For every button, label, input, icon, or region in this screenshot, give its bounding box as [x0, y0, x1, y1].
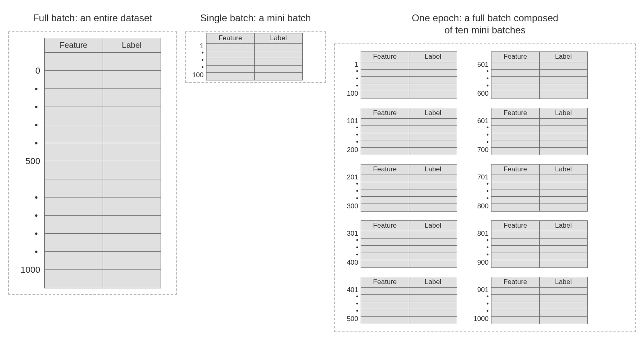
table-row: [361, 295, 457, 302]
ellipsis-dot: •: [473, 195, 489, 203]
mini-row-labels: 901•••1000: [473, 277, 491, 324]
col-header-feature: Feature: [361, 108, 409, 118]
mini-row-end: 700: [473, 146, 489, 154]
table-row: [361, 204, 457, 211]
mini-batch: 401•••500FeatureLabel: [343, 277, 457, 324]
col-header-feature: Feature: [491, 221, 540, 231]
mini-batch: 301•••400FeatureLabel: [343, 220, 457, 268]
mini-batch-table: FeatureLabel: [361, 220, 457, 268]
col-header-label: Label: [103, 38, 161, 52]
epoch-col-right: 501•••600FeatureLabel601•••700FeatureLab…: [473, 51, 588, 324]
table-row: [491, 260, 587, 267]
mini-batch: 101•••200FeatureLabel: [343, 108, 457, 155]
table-row: [361, 182, 457, 189]
mini-row-labels: 201•••300: [343, 164, 361, 212]
table-row: [491, 309, 587, 317]
mini-row-labels: 101•••200: [343, 108, 361, 155]
table-row: [491, 84, 587, 91]
table-row: [491, 246, 587, 253]
mini-row-labels: 401•••500: [343, 277, 361, 324]
col-header-label: Label: [409, 165, 457, 175]
ellipsis-dot: •: [343, 83, 358, 90]
mini-row-labels: 601•••700: [473, 108, 491, 155]
col-header-label: Label: [409, 277, 457, 287]
col-header-feature: Feature: [206, 33, 255, 43]
ellipsis-dot: •: [188, 64, 204, 72]
table-row: [491, 119, 587, 126]
col-header-label: Label: [409, 108, 457, 118]
single-row-labels: 1 • • • 100: [188, 33, 206, 80]
table-row: [491, 189, 587, 197]
ellipsis-dot: •: [12, 80, 44, 98]
table-row: [361, 148, 457, 155]
table-row: [491, 317, 587, 324]
col-header-feature: Feature: [45, 38, 103, 52]
table-row: [361, 197, 457, 204]
mini-row-end: 400: [343, 259, 358, 266]
col-header-feature: Feature: [361, 221, 409, 231]
table-row: [491, 288, 587, 295]
ellipsis-dot: •: [473, 83, 489, 90]
table-row: [361, 91, 457, 99]
mini-row-end: 600: [473, 90, 489, 97]
single-batch-title: Single batch: a mini batch: [185, 12, 326, 24]
mini-batch-table: FeatureLabel: [491, 164, 588, 212]
table-row: [361, 288, 457, 295]
mini-batch-table: FeatureLabel: [491, 51, 588, 99]
table-row: [361, 189, 457, 197]
mini-row-end: 200: [343, 146, 358, 154]
col-header-label: Label: [540, 108, 588, 118]
full-batch-table: Feature Label: [44, 38, 161, 288]
ellipsis-dot: •: [343, 308, 358, 315]
table-row: [491, 175, 587, 182]
ellipsis-dot: •: [12, 98, 44, 116]
table-row: [361, 260, 457, 267]
table-row: [491, 62, 587, 70]
mini-batch-table: FeatureLabel: [491, 108, 588, 155]
table-row: [491, 239, 587, 246]
col-header-label: Label: [540, 165, 588, 175]
col-header-feature: Feature: [491, 165, 540, 175]
table-row: [361, 246, 457, 253]
table-row: [491, 77, 587, 84]
col-header-label: Label: [409, 221, 457, 231]
table-row: [491, 133, 587, 140]
table-row: [361, 126, 457, 133]
table-row: [491, 231, 587, 239]
single-batch-panel: Single batch: a mini batch 1 • • • 100 F…: [185, 12, 326, 83]
table-row: [491, 140, 587, 148]
mini-batch-table: FeatureLabel: [491, 277, 588, 324]
mini-row-labels: 301•••400: [343, 220, 361, 268]
table-row: [491, 70, 587, 77]
table-row: [491, 126, 587, 133]
table-row: [361, 231, 457, 239]
table-row: [361, 62, 457, 70]
ellipsis-dot: •: [12, 134, 44, 152]
table-row: [361, 253, 457, 260]
single-batch-table: Feature Label: [206, 33, 303, 80]
col-header-label: Label: [409, 52, 457, 62]
ellipsis-dot: •: [12, 116, 44, 134]
table-row: [361, 84, 457, 91]
col-header-feature: Feature: [491, 277, 540, 287]
full-batch-panel: Full batch: an entire dataset 0 • • • • …: [8, 12, 177, 295]
table-row: [491, 295, 587, 302]
mini-row-labels: 501•••600: [473, 51, 491, 99]
mini-batch-table: FeatureLabel: [361, 277, 457, 324]
ellipsis-dot: •: [12, 224, 44, 243]
mini-batch-table: FeatureLabel: [361, 108, 457, 155]
mini-row-end: 300: [343, 203, 358, 210]
col-header-feature: Feature: [491, 52, 540, 62]
full-row-start: 0: [12, 62, 44, 80]
col-header-label: Label: [540, 52, 588, 62]
col-header-feature: Feature: [491, 108, 540, 118]
mini-batch: 501•••600FeatureLabel: [473, 51, 588, 99]
epoch-col-left: 1•••100FeatureLabel101•••200FeatureLabel…: [343, 51, 457, 324]
col-header-label: Label: [255, 33, 303, 43]
epoch-panel: One epoch: a full batch composed of ten …: [334, 12, 636, 332]
mini-batch: 601•••700FeatureLabel: [473, 108, 588, 155]
mini-batch: 201•••300FeatureLabel: [343, 164, 457, 212]
ellipsis-dot: •: [473, 308, 489, 315]
table-row: [491, 182, 587, 189]
single-batch-box: 1 • • • 100 Feature Label: [185, 31, 326, 83]
